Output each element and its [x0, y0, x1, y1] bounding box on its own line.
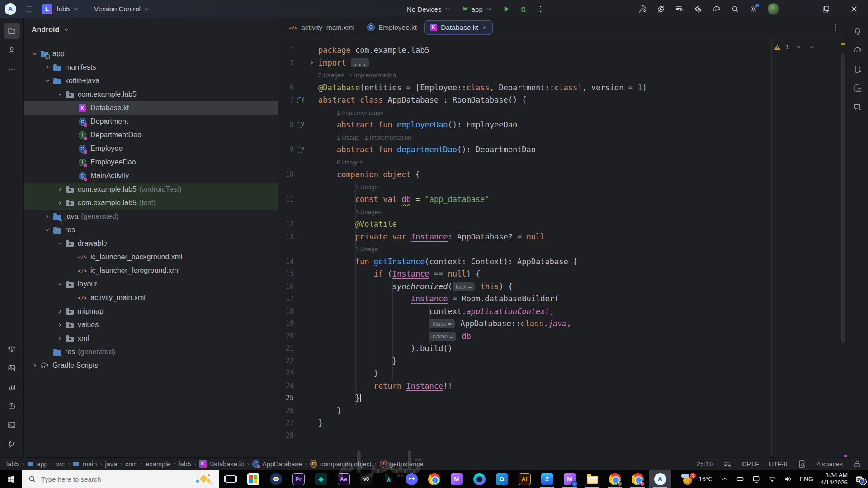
breadcrumb-item-getinstance[interactable]: fgetInstance: [380, 460, 424, 468]
taskbar-app-blue-z-app[interactable]: Z: [536, 470, 558, 488]
tool-stripe-gemini[interactable]: [849, 99, 866, 115]
tree-item-res[interactable]: res: [24, 223, 278, 237]
tool-stripe-commit[interactable]: [4, 42, 20, 58]
implemented-gutter-icon[interactable]: [297, 147, 303, 153]
tab-activity-main-xml[interactable]: </>activity_main.xml: [283, 20, 360, 35]
tool-stripe-more-tools[interactable]: [4, 61, 20, 77]
taskbar-app-starburst[interactable]: *: [377, 470, 400, 488]
breadcrumb-item-database-kt[interactable]: KDatabase.kt: [199, 460, 244, 468]
tree-item-values[interactable]: values: [24, 318, 278, 332]
wifi-icon[interactable]: [768, 474, 777, 483]
usage-hint[interactable]: 3 Usages: [278, 206, 846, 219]
debug-button[interactable]: [519, 5, 528, 14]
tree-item-gradle-scripts[interactable]: Gradle Scripts: [24, 359, 278, 372]
tree-item-res[interactable]: res(generated): [24, 345, 278, 359]
breadcrumb-item-java[interactable]: java: [105, 460, 117, 468]
taskbar-app-m-updater-app[interactable]: M↑: [558, 470, 581, 488]
encoding[interactable]: UTF-8: [769, 460, 788, 468]
minimize-button[interactable]: [784, 0, 812, 18]
tree-expand-icon[interactable]: [55, 198, 65, 207]
breadcrumb-item-app[interactable]: app: [27, 460, 47, 468]
more-actions-icon[interactable]: [536, 5, 545, 14]
breadcrumb-item-main[interactable]: main: [73, 460, 97, 468]
tree-collapse-icon[interactable]: [42, 225, 52, 235]
tree-item-database-kt[interactable]: KDatabase.kt: [24, 101, 278, 115]
tree-collapse-icon[interactable]: [55, 280, 65, 289]
tree-item-activity-main-xml[interactable]: </>activity_main.xml: [24, 291, 278, 305]
tree-item-employeedao[interactable]: IEmployeeDao: [24, 155, 278, 169]
maximize-button[interactable]: [812, 0, 840, 18]
tree-expand-icon[interactable]: [55, 320, 65, 329]
search-input[interactable]: [41, 475, 154, 483]
breadcrumb-item-lab5[interactable]: lab5: [6, 460, 19, 468]
tab-database-kt[interactable]: KDatabase.kt×: [424, 20, 492, 35]
taskbar-search[interactable]: [22, 470, 219, 488]
battery-icon[interactable]: [736, 474, 745, 483]
tree-item-xml[interactable]: xml: [24, 332, 278, 345]
tool-stripe-problems[interactable]: [4, 398, 20, 414]
implemented-gutter-icon[interactable]: [297, 122, 303, 128]
tree-item-com-example-lab5[interactable]: com.example.lab5(test): [24, 196, 278, 210]
usage-hint[interactable]: 1 Usage: [278, 181, 846, 194]
tree-expand-icon[interactable]: [42, 63, 52, 72]
taskbar-app-outlook[interactable]: O: [491, 470, 513, 488]
sync-project-icon[interactable]: A: [656, 5, 665, 14]
breadcrumb-item-appdatabase[interactable]: CAppDatabase: [252, 460, 302, 468]
chevron-up-icon[interactable]: [720, 474, 729, 483]
tab-options-icon[interactable]: [831, 23, 840, 32]
tool-stripe-device-manager[interactable]: [849, 61, 866, 77]
tree-expand-icon[interactable]: [30, 361, 40, 370]
start-button[interactable]: [0, 470, 22, 488]
action-center[interactable]: 2: [855, 475, 863, 483]
tree-item-layout[interactable]: layout: [24, 277, 278, 291]
code-editor[interactable]: 1 1package com.example.lab52import ...5 …: [278, 37, 846, 457]
breadcrumb-item-companion-object[interactable]: Ocompanion object: [310, 460, 372, 468]
vcs-widget[interactable]: Version Control: [94, 5, 151, 14]
taskbar-app-discord[interactable]: [400, 470, 423, 488]
tool-stripe-resource-manager[interactable]: [4, 360, 20, 376]
file-lock[interactable]: [853, 460, 862, 469]
tool-stripe-app-quality-insights[interactable]: [4, 379, 20, 395]
tree-expand-icon[interactable]: [55, 334, 65, 343]
profiler-icon[interactable]: [693, 5, 703, 14]
taskbar-app-purple-m-app[interactable]: M: [445, 470, 468, 488]
project-view-selector[interactable]: Android: [24, 18, 278, 42]
taskbar-app-blender[interactable]: [264, 470, 287, 488]
tree-collapse-icon[interactable]: [55, 239, 65, 248]
breadcrumb-item-com[interactable]: com: [125, 460, 137, 468]
code-style[interactable]: [723, 460, 732, 469]
breadcrumb-item-example[interactable]: example: [146, 460, 170, 468]
usage-hint[interactable]: 1 Implementation: [278, 107, 846, 119]
fold-region-icon[interactable]: [306, 57, 318, 70]
taskbar-app-task-view[interactable]: [219, 470, 242, 488]
device-selector[interactable]: No Devices: [407, 5, 453, 14]
language-indicator[interactable]: ENG: [800, 475, 813, 483]
implementations-gutter-icon[interactable]: [297, 97, 303, 103]
tool-stripe-notifications[interactable]: [849, 23, 866, 39]
tree-collapse-icon[interactable]: [42, 76, 52, 85]
tree-collapse-icon[interactable]: [55, 90, 65, 99]
usage-hint[interactable]: 5 Usages 1 Implementation: [278, 69, 846, 82]
tree-item-mainactivity[interactable]: CMainActivity: [24, 169, 278, 183]
tree-item-departmentdao[interactable]: IDepartmentDao: [24, 128, 278, 142]
tree-collapse-icon[interactable]: [30, 49, 40, 58]
inspect-file[interactable]: [797, 460, 807, 469]
tree-item-employee[interactable]: CEmployee: [24, 142, 278, 155]
taskbar-app-android-studio[interactable]: A: [649, 470, 671, 488]
volume-icon[interactable]: [783, 474, 793, 483]
close-button[interactable]: [840, 0, 868, 18]
tree-item-ic-launcher-background-xml[interactable]: </>ic_launcher_background.xml: [24, 250, 278, 264]
taskbar-app-v0[interactable]: v0: [355, 470, 377, 488]
main-menu-icon[interactable]: [24, 5, 33, 14]
tab-employee-kt[interactable]: CEmployee.kt: [362, 20, 422, 35]
tool-stripe-version-control[interactable]: [4, 436, 20, 452]
run-button[interactable]: [502, 5, 511, 14]
taskbar-app-microsoft-store[interactable]: [242, 470, 264, 488]
tool-stripe-running-devices[interactable]: [849, 80, 866, 96]
tree-expand-icon[interactable]: [55, 307, 65, 316]
tree-item-manifests[interactable]: manifests: [24, 61, 278, 74]
tree-item-drawable[interactable]: drawable: [24, 237, 278, 250]
taskbar-app-file-explorer[interactable]: [581, 470, 604, 488]
taskbar-app-copilot[interactable]: [468, 470, 491, 488]
project-widget[interactable]: L lab5: [42, 4, 80, 14]
